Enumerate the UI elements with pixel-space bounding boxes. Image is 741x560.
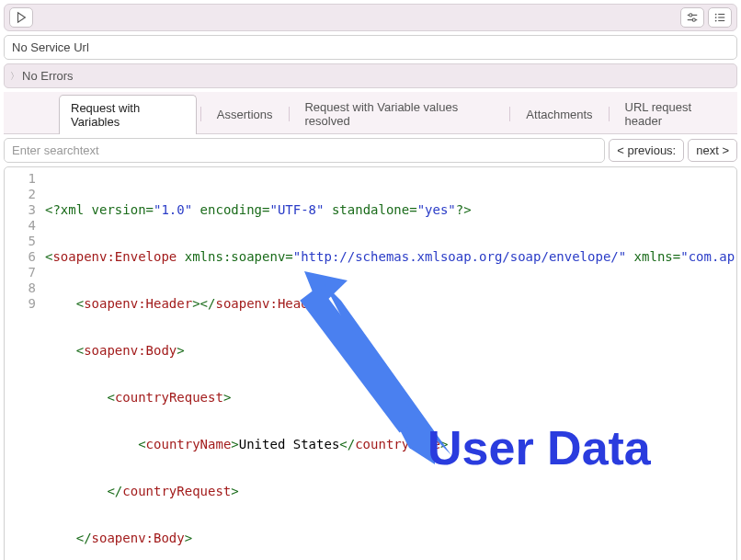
play-icon <box>15 11 28 24</box>
tab-label: URL request header <box>625 100 692 128</box>
line-number: 8 <box>5 280 36 296</box>
code-line: <soapenv:Envelope xmlns:soapenv="http://… <box>45 249 735 265</box>
errors-label: No Errors <box>22 69 74 83</box>
tab-separator <box>609 107 610 121</box>
tab-request-resolved[interactable]: Request with Variable values resolved <box>292 94 506 133</box>
list-button[interactable] <box>708 7 732 28</box>
toolbar-left-group <box>9 7 33 28</box>
service-url-text: No Service Url <box>12 40 89 54</box>
tab-url-request-header[interactable]: URL request header <box>613 94 737 133</box>
code-line: </countryRequest> <box>45 484 735 499</box>
code-area: 1 2 3 4 5 6 7 8 9 <?xml version="1.0" en… <box>5 167 736 560</box>
service-url-field[interactable]: No Service Url <box>4 35 737 60</box>
line-number: 9 <box>5 296 36 312</box>
tab-label: Request with Variable values resolved <box>304 100 458 128</box>
next-button[interactable]: next > <box>688 139 737 162</box>
sliders-icon <box>686 11 699 24</box>
toolbar-right-group <box>680 7 732 28</box>
code-line: <countryRequest> <box>45 390 735 406</box>
list-icon <box>713 11 726 24</box>
code-line: </soapenv:Body> <box>45 531 735 546</box>
line-number: 7 <box>5 265 36 280</box>
tabs-row: Request with Variables Assertions Reques… <box>4 92 737 134</box>
svg-point-7 <box>715 17 717 18</box>
line-number: 3 <box>5 202 36 218</box>
chevron-right-icon: 〉 <box>10 70 19 83</box>
tab-separator <box>509 107 510 121</box>
button-label: next > <box>696 143 729 157</box>
svg-point-9 <box>715 20 717 22</box>
play-button[interactable] <box>9 7 33 28</box>
errors-bar[interactable]: 〉 No Errors <box>4 63 737 88</box>
svg-marker-0 <box>18 13 26 23</box>
search-row: < previous: next > <box>4 138 737 163</box>
code-line: <soapenv:Body> <box>45 343 735 359</box>
tab-label: Assertions <box>217 108 273 121</box>
tab-attachments[interactable]: Attachments <box>514 101 604 127</box>
tab-label: Attachments <box>526 108 592 121</box>
line-number-gutter: 1 2 3 4 5 6 7 8 9 <box>5 171 45 560</box>
code-editor[interactable]: 1 2 3 4 5 6 7 8 9 <?xml version="1.0" en… <box>4 166 737 560</box>
code-line: <?xml version="1.0" encoding="UTF-8" sta… <box>45 202 735 218</box>
svg-point-4 <box>692 18 695 21</box>
line-number: 2 <box>5 187 36 202</box>
top-toolbar <box>4 4 737 31</box>
svg-point-2 <box>690 14 692 17</box>
svg-point-5 <box>715 14 717 16</box>
code-line: <countryName>United States</countryName> <box>45 437 735 452</box>
code-line: <soapenv:Header></soapenv:Header> <box>45 296 735 312</box>
settings-sliders-button[interactable] <box>680 7 704 28</box>
line-number: 1 <box>5 171 36 187</box>
tab-separator <box>289 107 290 121</box>
line-number: 5 <box>5 234 36 249</box>
previous-button[interactable]: < previous: <box>609 139 684 162</box>
line-number: 4 <box>5 218 36 234</box>
tab-request-with-variables[interactable]: Request with Variables <box>59 95 197 134</box>
button-label: < previous: <box>617 143 676 157</box>
tab-label: Request with Variables <box>71 101 140 129</box>
code-lines: <?xml version="1.0" encoding="UTF-8" sta… <box>45 171 735 560</box>
line-number: 6 <box>5 249 36 265</box>
search-input[interactable] <box>4 138 605 163</box>
tab-assertions[interactable]: Assertions <box>205 101 285 127</box>
tab-separator <box>200 107 201 121</box>
